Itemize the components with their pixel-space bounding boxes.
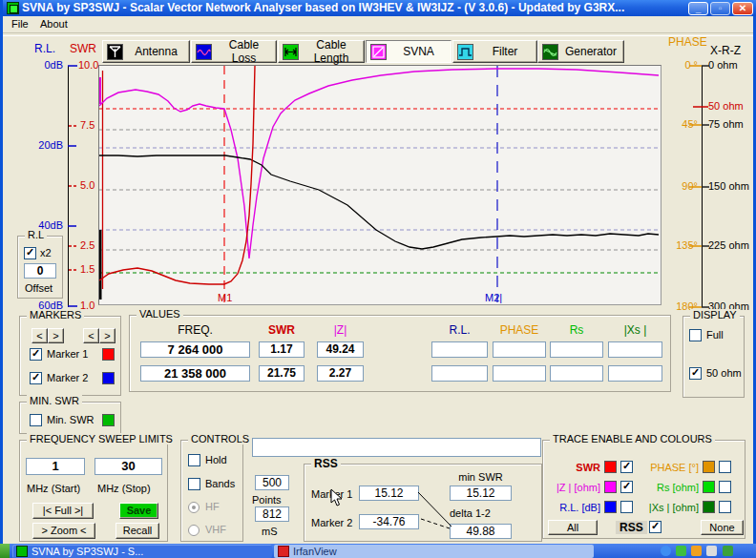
swr-value-m1[interactable]: 1.17 [259, 341, 304, 358]
chart-plot: M1 M2| [99, 66, 661, 304]
tray-icon[interactable] [691, 546, 702, 556]
delta-value[interactable]: 49.88 [450, 524, 512, 539]
z-value-m1[interactable]: 49.24 [317, 341, 364, 358]
maximize-button[interactable]: ▫ [710, 2, 730, 15]
min-swr-legend: MIN. SWR [27, 395, 82, 406]
taskbar: SVNA by SP3SWJ - S... IrfanView [0, 544, 756, 558]
menu-about[interactable]: About [36, 18, 72, 31]
swr-value-m2[interactable]: 21.75 [259, 365, 304, 382]
display-full-checkbox[interactable] [689, 329, 702, 341]
trace-xs-checkbox[interactable] [719, 501, 731, 513]
col-header-rs: Rs [550, 323, 603, 337]
swr-trace [99, 66, 255, 284]
marker1-right-button[interactable]: > [48, 328, 64, 343]
stop-freq-label: MHz (Stop) [97, 483, 151, 494]
phase-value-m2[interactable] [493, 365, 546, 382]
rl-value-m1[interactable] [431, 341, 488, 358]
freq-value-m1[interactable]: 7 264 000 [140, 341, 250, 358]
hf-radio[interactable] [188, 502, 200, 513]
sweep-chart[interactable]: M1 M2| [98, 65, 662, 305]
tray-icon[interactable] [661, 546, 671, 556]
min-swr-color-swatch[interactable] [102, 414, 115, 426]
trace-swr-checkbox[interactable] [620, 461, 633, 473]
menu-file[interactable]: File [8, 18, 32, 31]
phase-tick-label: 45° [660, 118, 698, 130]
trace-phase-checkbox[interactable] [719, 461, 731, 473]
z-value-m2[interactable]: 2.27 [317, 365, 364, 382]
marker2-right-button[interactable]: > [99, 328, 116, 343]
toolbar-button-filter[interactable]: Filter [452, 40, 537, 63]
rl-value-m2[interactable] [431, 365, 488, 382]
svna-icon [370, 44, 387, 60]
vhf-radio[interactable] [188, 525, 200, 536]
tray-icon[interactable] [723, 546, 733, 556]
recall-button[interactable]: Recall [116, 523, 159, 539]
toolbar-button-svna[interactable]: SVNA [366, 40, 452, 63]
marker1-color-swatch[interactable] [102, 348, 115, 361]
min-swr-group: MIN. SWR Min. SWR [19, 402, 121, 434]
rl-x2-checkbox[interactable] [24, 247, 36, 259]
marker2-left-button[interactable]: < [83, 328, 99, 343]
trace-rl-checkbox[interactable] [620, 501, 633, 513]
tray-icon[interactable] [676, 546, 686, 556]
toolbar-button-cable-loss[interactable]: Cable Loss [191, 40, 277, 63]
hold-checkbox[interactable] [188, 454, 200, 466]
trace-rss-checkbox[interactable] [649, 521, 662, 533]
stop-freq-input[interactable]: 30 [94, 458, 162, 475]
rs-value-m2[interactable] [550, 365, 603, 382]
trace-all-button[interactable]: All [548, 520, 598, 535]
hf-label: HF [205, 501, 220, 512]
freq-value-m2[interactable]: 21 358 000 [140, 365, 250, 382]
zoom-span-button[interactable]: > Zoom < [32, 523, 95, 539]
rl-tick-label: 0dB [22, 59, 63, 71]
start-button-fragment[interactable] [0, 544, 10, 558]
min-swr-checkbox[interactable] [30, 414, 42, 426]
col-header-freq: FREQ. [140, 323, 250, 337]
trace-xs-swatch[interactable] [703, 501, 715, 513]
min-swr-value[interactable]: 15.12 [450, 486, 512, 501]
rss-group: RSS min SWR Marker 1 15.12 15.12 delta 1… [304, 464, 542, 542]
swr-tick-label: 2.5 [80, 239, 94, 251]
close-button[interactable]: ✕ [732, 2, 753, 15]
rss-marker2-value[interactable]: -34.76 [359, 514, 419, 529]
xs-value-m2[interactable] [608, 365, 662, 382]
rl-tick-label: 20dB [22, 139, 63, 151]
xs-value-m1[interactable] [608, 341, 662, 358]
marker1-checkbox[interactable] [30, 348, 42, 361]
save-button[interactable]: Save [119, 503, 158, 519]
toolbar-button-antenna[interactable]: Antenna [102, 40, 190, 63]
trace-rl-swatch[interactable] [604, 501, 617, 513]
volume-icon[interactable] [706, 546, 717, 556]
toolbar-button-generator[interactable]: Generator [537, 40, 624, 63]
trace-phase-swatch[interactable] [703, 461, 715, 473]
display-50ohm-checkbox[interactable] [689, 367, 702, 380]
taskbar-item-irfanview[interactable]: IrfanView [274, 545, 594, 558]
taskbar-item-svna[interactable]: SVNA by SP3SWJ - S... [12, 545, 272, 558]
trace-rs-swatch[interactable] [703, 481, 715, 493]
rss-marker1-value[interactable]: 15.12 [359, 486, 419, 501]
rl-offset-input[interactable]: 0 [24, 263, 56, 279]
trace-z-checkbox[interactable] [620, 481, 633, 493]
marker2-color-swatch[interactable] [102, 372, 115, 384]
marker2-checkbox[interactable] [30, 372, 42, 384]
col-header-swr: SWR [259, 323, 304, 337]
minimize-button[interactable]: _ [688, 2, 708, 15]
status-textbox[interactable] [252, 438, 541, 457]
rss-trace [99, 155, 659, 249]
bands-checkbox[interactable] [188, 478, 200, 490]
full-span-button[interactable]: |< Full >| [32, 503, 94, 519]
trace-rs-checkbox[interactable] [719, 481, 731, 493]
trace-none-button[interactable]: None [701, 520, 744, 535]
rs-value-m1[interactable] [550, 341, 603, 358]
phase-value-m1[interactable] [493, 341, 546, 358]
filter-icon [457, 44, 473, 60]
trace-z-swatch[interactable] [604, 481, 617, 493]
bands-label: Bands [205, 478, 235, 489]
toolbar-button-cable-length[interactable]: Cable Length [278, 40, 365, 63]
generator-icon [542, 44, 558, 60]
swr-tick-label: 1.5 [80, 263, 94, 275]
cable-length-icon [283, 44, 299, 60]
marker1-left-button[interactable]: < [32, 328, 48, 343]
trace-swr-swatch[interactable] [604, 461, 617, 473]
start-freq-input[interactable]: 1 [26, 458, 85, 475]
